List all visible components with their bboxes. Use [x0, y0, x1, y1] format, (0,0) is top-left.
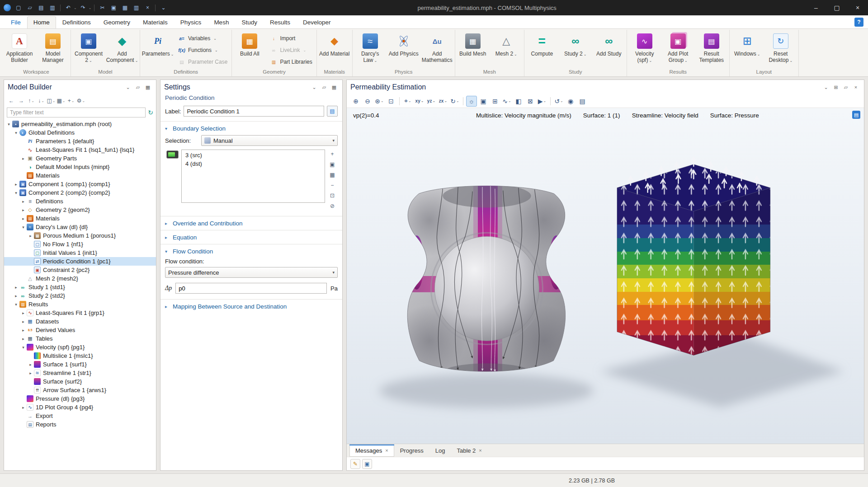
zoom-extents-icon[interactable]: ⊛⌄ — [374, 96, 385, 107]
expand-arrow-icon[interactable]: ▸ — [28, 371, 33, 375]
import-button[interactable]: ↓Import — [267, 33, 315, 44]
tree-item[interactable]: △Mesh 2 {mesh2} — [4, 274, 156, 283]
tree-item[interactable]: ▸▦Tables — [4, 334, 156, 343]
filter-input[interactable] — [7, 108, 146, 117]
view-yz-icon[interactable]: yz⌄ — [426, 96, 437, 107]
menu-tab-study[interactable]: Study — [235, 16, 264, 28]
expand-arrow-icon[interactable]: ▸ — [20, 199, 26, 204]
tree-item[interactable]: ▢Initial Values 1 {init1} — [4, 248, 156, 257]
selection-active-toggle[interactable] — [166, 150, 179, 159]
add-selection-icon[interactable]: + — [328, 150, 337, 159]
expand-all-icon[interactable]: +⌄ — [66, 96, 75, 105]
part-libraries-button[interactable]: ▥Part Libraries — [267, 56, 315, 67]
tree-item[interactable]: ▦Materials — [4, 171, 156, 180]
expand-arrow-icon[interactable]: ▸ — [28, 362, 33, 367]
print-icon[interactable]: ▤ — [577, 96, 588, 107]
copy-selection-icon[interactable]: ▣ — [328, 160, 337, 169]
zoom-box-icon[interactable]: ⊡ — [386, 96, 396, 107]
plot-settings-icon[interactable]: ∿⌄ — [501, 96, 512, 107]
tree-item[interactable]: Multislice 1 {mslc1} — [4, 351, 156, 360]
show-table-icon[interactable]: ⊞ — [490, 96, 500, 107]
selection-list-item[interactable]: 4 (dst) — [182, 159, 325, 168]
tree-item[interactable]: ▸∿1D Plot Group 4 {pg4} — [4, 403, 156, 412]
color-legend-icon[interactable]: ◧ — [513, 96, 524, 107]
paste-icon[interactable]: ▦ — [120, 3, 130, 13]
open-icon[interactable]: ▱ — [25, 3, 35, 13]
zoom-to-selection-icon[interactable]: ⊡ — [328, 191, 337, 200]
float-panel-icon[interactable]: ▱ — [841, 83, 850, 92]
tree-item[interactable]: ▾▥Results — [4, 300, 156, 309]
tree-item[interactable]: Pressure (dl) {pg3} — [4, 394, 156, 403]
tab-messages[interactable]: Messages× — [349, 444, 394, 457]
snapshot-icon[interactable]: ◉ — [565, 96, 576, 107]
panel-splitter[interactable] — [158, 80, 159, 471]
add-mathematics-button[interactable]: ΔuAdd Mathematics — [421, 31, 453, 68]
expand-arrow-icon[interactable]: ▸ — [20, 337, 26, 341]
tree-item[interactable]: ∿Least-Squares Fit 1 (lsq1_fun1) {lsq1} — [4, 145, 156, 154]
expand-arrow-icon[interactable]: ▸ — [20, 319, 26, 324]
tree-item[interactable]: PiParameters 1 {default} — [4, 137, 156, 145]
expand-arrow-icon[interactable]: ▸ — [20, 311, 26, 315]
cut-icon[interactable]: ✂ — [97, 3, 107, 13]
float-panel-icon[interactable]: ▱ — [320, 83, 329, 92]
lock-axes-icon[interactable]: ⊠ — [525, 96, 536, 107]
undo-icon[interactable]: ↶ — [63, 3, 73, 13]
copy-icon[interactable]: ▣ — [108, 3, 118, 13]
tree-item[interactable]: ⇈Arrow Surface 1 {arws1} — [4, 386, 156, 394]
maximize-panel-icon[interactable]: ⊞ — [831, 83, 840, 92]
functions-button[interactable]: f(x)Functions⌄ — [175, 45, 230, 56]
plot-properties-icon[interactable]: ▤ — [852, 111, 860, 119]
menu-tab-results[interactable]: Results — [264, 16, 297, 28]
menu-tab-physics[interactable]: Physics — [174, 16, 208, 28]
show-icon[interactable]: ◫⌄ — [47, 96, 56, 105]
forward-icon[interactable]: → — [17, 96, 26, 105]
menu-tab-file[interactable]: File — [5, 16, 27, 28]
expand-arrow-icon[interactable]: ▸ — [20, 156, 26, 161]
clear-selection-icon[interactable]: ⊘ — [328, 201, 337, 211]
livelink-button[interactable]: ∞LiveLink⌄ — [267, 45, 315, 56]
close-tab-icon[interactable]: × — [385, 448, 388, 453]
expand-arrow-icon[interactable]: ▸ — [20, 216, 26, 221]
flow-condition-header[interactable]: ▾ Flow Condition — [160, 244, 342, 258]
variables-button[interactable]: a=Variables⌄ — [175, 33, 230, 44]
add-material-button[interactable]: ◆Add Material — [318, 31, 351, 68]
flow-condition-dropdown[interactable]: Pressure difference ▾ — [165, 267, 338, 278]
collapse-arrow-icon[interactable]: ▾ — [13, 191, 19, 195]
mesh-2-button[interactable]: △Mesh 2⌄ — [490, 31, 523, 68]
tree-item[interactable]: Surface {surf2} — [4, 377, 156, 386]
component-2-button[interactable]: ▣Component 2⌄ — [72, 31, 105, 68]
tab-table-2[interactable]: Table 2× — [451, 444, 487, 457]
view-zx-icon[interactable]: zx⌄ — [438, 96, 448, 107]
windows-button[interactable]: ⊞Windows⌄ — [731, 31, 764, 68]
expand-arrow-icon[interactable]: ▸ — [20, 208, 26, 212]
menu-tab-materials[interactable]: Materials — [137, 16, 174, 28]
tree-item[interactable]: ▸◇Geometry 2 {geom2} — [4, 206, 156, 214]
expand-arrow-icon[interactable]: ▸ — [13, 285, 19, 290]
collapse-arrow-icon[interactable]: ▾ — [20, 225, 26, 229]
close-tab-icon[interactable]: × — [479, 448, 481, 453]
save-icon[interactable]: ▤ — [36, 3, 46, 13]
result-templates-button[interactable]: ▤Result Templates — [695, 31, 728, 68]
image-snapshot-icon[interactable]: ▣ — [478, 96, 489, 107]
tree-item[interactable]: ▤Reports — [4, 420, 156, 429]
duplicate-icon[interactable]: ▥ — [131, 3, 141, 13]
collapse-arrow-icon[interactable]: ▾ — [13, 131, 19, 135]
tab-log[interactable]: Log — [429, 444, 451, 457]
delete-icon[interactable]: × — [142, 3, 152, 13]
tree-item[interactable]: ▸≡Definitions — [4, 197, 156, 206]
label-input[interactable] — [184, 106, 324, 117]
panel-menu-icon[interactable]: ⌄ — [310, 83, 319, 92]
scene-light-icon[interactable]: ☼ — [466, 96, 477, 107]
expand-arrow-icon[interactable]: ▸ — [13, 294, 19, 298]
node-grouping-icon[interactable]: ▦⌄ — [57, 96, 66, 105]
expand-arrow-icon[interactable]: ▸ — [28, 234, 33, 238]
velocity-spf-button[interactable]: ∿Velocity (spf)⌄ — [628, 31, 661, 68]
back-icon[interactable]: ← — [7, 96, 16, 105]
expand-arrow-icon[interactable]: ▸ — [20, 405, 26, 410]
add-study-button[interactable]: ∞Add Study — [593, 31, 625, 68]
move-up-icon[interactable]: ↑⌄ — [27, 96, 36, 105]
override-header[interactable]: ▸ Override and Contribution — [160, 216, 342, 230]
panel-splitter[interactable] — [344, 80, 345, 471]
zoom-out-icon[interactable]: ⊖ — [362, 96, 373, 107]
comsol-logo-icon[interactable] — [4, 4, 11, 11]
